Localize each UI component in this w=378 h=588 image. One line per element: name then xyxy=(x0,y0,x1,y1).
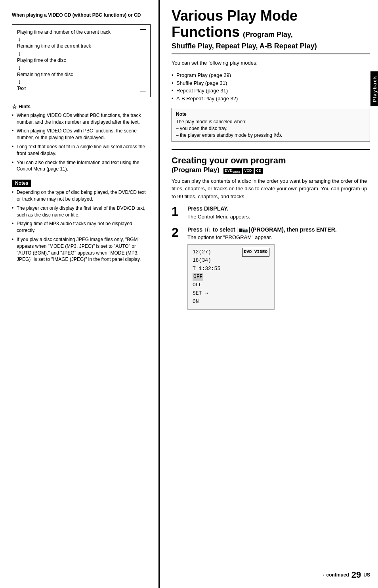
display-dvd-label: DVD VIDEO xyxy=(242,248,269,257)
diagram-item-3: Remaining time of the disc xyxy=(17,72,140,78)
display-row7: ON xyxy=(193,298,199,306)
display-row7: ON xyxy=(193,298,269,306)
main-title-line2-area: Functions (Program Play, xyxy=(172,24,370,40)
footer-page: 29 xyxy=(351,570,361,580)
left-section-title: When playing a VIDEO CD (without PBC fun… xyxy=(12,12,151,19)
diagram-item-1: Remaining time of the current track xyxy=(17,43,140,50)
main-title-sub: (Program Play, xyxy=(243,31,293,39)
notes-item-1: The player can only display the first le… xyxy=(12,205,151,218)
display-row5: OFF xyxy=(193,281,202,289)
hints-item-1: When playing VIDEO CDs with PBC function… xyxy=(12,128,151,141)
notes-list: Depending on the type of disc being play… xyxy=(12,189,151,263)
hints-item-0: When playing VIDEO CDs without PBC funct… xyxy=(12,112,151,126)
step-2-desc: The options for "PROGRAM" appear. xyxy=(187,234,370,241)
display-row1-left: 12(27) xyxy=(193,248,211,257)
mode-0: Program Play (page 29) xyxy=(172,71,370,79)
note-text-2: – you open the disc tray. xyxy=(176,125,366,132)
step-1-action: Press DISPLAY. xyxy=(187,205,370,212)
main-title-line1: Various Play Mode xyxy=(172,8,370,24)
hints-label: Hints xyxy=(19,104,31,109)
hints-title: ☆ Hints xyxy=(12,103,151,110)
display-row5: OFF xyxy=(193,281,269,289)
diagram-item-0: Playing time and number of the current t… xyxy=(17,29,140,36)
hints-section: ☆ Hints When playing VIDEO CDs without P… xyxy=(12,103,151,172)
diagram-arrow-0: ↓ xyxy=(17,36,140,42)
program-section: Creating your own program (Program Play)… xyxy=(172,155,370,309)
display-row4: OFF xyxy=(193,273,269,281)
subtitle: Shuffle Play, Repeat Play, A-B Repeat Pl… xyxy=(172,42,370,54)
note-text-1: The play mode is canceled when: xyxy=(176,119,366,125)
main-title-line2: Functions xyxy=(172,24,240,40)
mode-3: A-B Repeat Play (page 32) xyxy=(172,95,370,103)
hints-icon: ☆ xyxy=(12,103,17,110)
step-1-content: Press DISPLAY. The Control Menu appears. xyxy=(187,205,370,220)
modes-list: Program Play (page 29) Shuffle Play (pag… xyxy=(172,71,370,102)
program-subtitle: (Program Play) xyxy=(172,166,220,174)
diagram-layout: Playing time and number of the current t… xyxy=(17,29,146,92)
step-1-desc: The Control Menu appears. xyxy=(187,213,370,220)
program-icon: ▦📷 xyxy=(237,227,250,233)
display-row4: OFF xyxy=(193,273,203,281)
control-menu-display: 12(27) DVD VIDEO 18(34) T 1:32:55 OFF xyxy=(187,244,275,309)
footer: → continued 29 US xyxy=(320,570,370,580)
right-column: Playback Various Play Mode Functions (Pr… xyxy=(158,0,378,588)
notes-item-0: Depending on the type of disc being play… xyxy=(12,189,151,203)
step-1-number: 1 xyxy=(172,205,183,218)
badge-dvd: DVDVideo xyxy=(223,168,242,174)
mode-1: Shuffle Play (page 31) xyxy=(172,79,370,87)
display-row1: 12(27) DVD VIDEO xyxy=(193,248,269,257)
left-column: When playing a VIDEO CD (without PBC fun… xyxy=(0,0,158,588)
program-intro: You can play the contents of a disc in t… xyxy=(172,177,370,201)
footer-suffix: US xyxy=(363,572,370,578)
hints-item-3: You can also check the time information … xyxy=(12,159,151,173)
note-box: Note The play mode is canceled when: – y… xyxy=(172,108,370,142)
program-title-area: Creating your own program (Program Play)… xyxy=(172,155,370,174)
step-2: 2 Press ↑/↓ to select ▦📷 (PROGRAM), then… xyxy=(172,226,370,310)
diagram-item-2: Playing time of the disc xyxy=(17,57,140,64)
footer-continued: → continued xyxy=(320,572,349,578)
diagram-box: Playing time and number of the current t… xyxy=(12,24,151,97)
note-text-3: – the player enters standby mode by pres… xyxy=(176,132,366,139)
diagram-arrow-2: ↓ xyxy=(17,65,140,71)
playback-tab: Playback xyxy=(370,71,378,106)
step-2-number: 2 xyxy=(172,226,183,239)
display-row3-left: T 1:32:55 xyxy=(193,265,220,273)
step-1: 1 Press DISPLAY. The Control Menu appear… xyxy=(172,205,370,220)
display-row2-left: 18(34) xyxy=(193,257,211,265)
notes-label: Notes xyxy=(12,180,31,187)
diagram-content: Playing time and number of the current t… xyxy=(17,29,140,92)
notes-item-3: If you play a disc containing JPEG image… xyxy=(12,236,151,263)
diagram-bracket xyxy=(140,29,146,92)
main-title-area: Various Play Mode Functions (Program Pla… xyxy=(172,8,370,54)
program-title: Creating your own program xyxy=(172,155,286,165)
display-row6: SET → xyxy=(193,289,269,298)
intro-text: You can set the following play modes: xyxy=(172,59,370,67)
notes-section: Notes Depending on the type of disc bein… xyxy=(12,180,151,263)
diagram-arrow-1: ↓ xyxy=(17,50,140,57)
notes-item-2: Playing time of MP3 audio tracks may not… xyxy=(12,220,151,234)
step-2-content: Press ↑/↓ to select ▦📷 (PROGRAM), then p… xyxy=(187,226,370,310)
section-divider xyxy=(172,149,370,150)
note-title: Note xyxy=(176,111,366,117)
hints-list: When playing VIDEO CDs without PBC funct… xyxy=(12,112,151,172)
diagram-arrow-3: ↓ xyxy=(17,79,140,85)
display-row3: T 1:32:55 xyxy=(193,265,269,273)
mode-2: Repeat Play (page 31) xyxy=(172,87,370,95)
badge-cd: CD xyxy=(255,168,263,174)
diagram-item-4: Text xyxy=(17,86,140,92)
format-badges: DVDVideo VCD CD xyxy=(223,168,263,174)
step-2-action: Press ↑/↓ to select ▦📷 (PROGRAM), then p… xyxy=(187,226,370,233)
badge-vcd: VCD xyxy=(243,168,254,174)
hints-item-2: Long text that does not fit in a single … xyxy=(12,144,151,157)
display-row2: 18(34) xyxy=(193,257,269,265)
display-row6: SET → xyxy=(193,289,208,298)
